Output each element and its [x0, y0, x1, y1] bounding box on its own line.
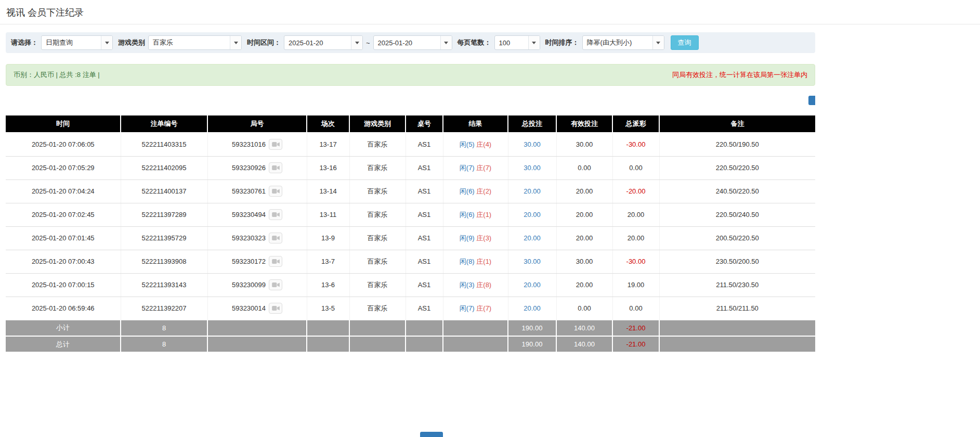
- cell-time: 2025-01-20 06:59:46: [6, 297, 121, 320]
- cell-total-bet: 20.00: [508, 273, 556, 297]
- total-bet-link[interactable]: 30.00: [524, 258, 541, 265]
- cell-result: 闲(8) 庄(1): [443, 250, 508, 273]
- summary-cell: [349, 336, 406, 352]
- table-row: 2025-01-20 07:00:43522211393908593230172…: [6, 250, 815, 273]
- query-type-select[interactable]: 日期查询: [41, 35, 113, 50]
- header-round: 局号: [207, 115, 307, 133]
- chevron-down-icon[interactable]: [351, 36, 362, 49]
- chevron-down-icon[interactable]: [652, 36, 664, 49]
- cell-result: 闲(5) 庄(4): [443, 133, 508, 156]
- cell-round: 593230323: [207, 226, 307, 250]
- cell-time: 2025-01-20 07:00:15: [6, 273, 121, 297]
- video-camera-icon[interactable]: [269, 279, 282, 290]
- payout-value: -30.00: [626, 140, 646, 148]
- total-bet-link[interactable]: 30.00: [524, 164, 541, 172]
- page-title: 视讯 会员下注纪录: [6, 6, 980, 19]
- video-camera-icon[interactable]: [269, 186, 282, 197]
- total-bet-link[interactable]: 20.00: [524, 304, 541, 312]
- cell-time: 2025-01-20 07:02:45: [6, 203, 121, 226]
- cutoff-right-button[interactable]: [808, 96, 815, 105]
- result-player: 闲(6): [460, 187, 475, 195]
- result-player: 闲(8): [460, 258, 475, 265]
- summary-cell: [307, 336, 349, 352]
- header-valid-bet: 有效投注: [556, 115, 612, 133]
- table-row: 2025-01-20 07:02:45522211397289593230494…: [6, 203, 815, 226]
- video-camera-icon[interactable]: [269, 233, 282, 243]
- chevron-down-icon[interactable]: [528, 36, 540, 49]
- header-table-no: 桌号: [406, 115, 443, 133]
- chevron-down-icon[interactable]: [101, 36, 112, 49]
- round-number: 593231016: [232, 140, 266, 148]
- payout-value: -30.00: [626, 258, 646, 265]
- cell-note: 240.50/220.50: [659, 179, 815, 203]
- video-camera-icon[interactable]: [269, 139, 282, 150]
- result-banker: 庄(3): [476, 234, 491, 242]
- cell-bet-id: 522211393143: [121, 273, 207, 297]
- sort-order-label: 时间排序：: [545, 38, 579, 47]
- cell-result: 闲(6) 庄(1): [443, 203, 508, 226]
- pagination-button-partial[interactable]: [420, 432, 443, 437]
- page-size-select[interactable]: 100: [494, 35, 540, 50]
- cell-total-bet: 20.00: [508, 297, 556, 320]
- cell-result: 闲(3) 庄(8): [443, 273, 508, 297]
- total-bet-link[interactable]: 20.00: [524, 187, 541, 195]
- cell-game-type: 百家乐: [349, 250, 406, 273]
- result-player: 闲(7): [460, 164, 475, 172]
- result-banker: 庄(7): [476, 304, 491, 312]
- page-size-label: 每页笔数：: [458, 38, 491, 47]
- chevron-down-icon[interactable]: [230, 36, 241, 49]
- video-camera-icon[interactable]: [269, 162, 282, 173]
- result-player: 闲(3): [460, 281, 475, 289]
- cell-round: 593230172: [207, 250, 307, 273]
- result-banker: 庄(4): [476, 140, 491, 148]
- cell-payout: -20.00: [612, 179, 659, 203]
- cell-valid-bet: 0.00: [556, 297, 612, 320]
- result-player: 闲(9): [460, 234, 475, 242]
- page: 视讯 会员下注纪录 请选择： 日期查询 游戏类别 百家乐 时间区间： 2025-…: [0, 0, 980, 437]
- cell-session: 13-14: [307, 179, 349, 203]
- round-number: 593230323: [232, 234, 266, 242]
- currency-summary-text: 币别：人民币 | 总共 :8 注单 |: [14, 70, 100, 80]
- result-player: 闲(5): [460, 140, 475, 148]
- cell-valid-bet: 20.00: [556, 203, 612, 226]
- cell-bet-id: 522211395729: [121, 226, 207, 250]
- game-type-select[interactable]: 百家乐: [148, 35, 242, 50]
- date-to-input[interactable]: 2025-01-20: [373, 35, 452, 50]
- video-camera-icon[interactable]: [269, 303, 282, 314]
- header-result: 结果: [443, 115, 508, 133]
- cell-valid-bet: 20.00: [556, 179, 612, 203]
- cell-note: 220.50/190.50: [659, 133, 815, 156]
- summary-bar: 币别：人民币 | 总共 :8 注单 | 同局有效投注，统一计算在该局第一张注单内: [6, 64, 815, 86]
- round-number: 593230761: [232, 187, 266, 195]
- cell-bet-id: 522211403315: [121, 133, 207, 156]
- search-button[interactable]: 查询: [671, 35, 699, 50]
- cell-total-bet: 30.00: [508, 133, 556, 156]
- summary-cell: 140.00: [556, 320, 612, 336]
- cell-game-type: 百家乐: [349, 156, 406, 179]
- cell-table-no: AS1: [406, 179, 443, 203]
- summary-label: 总计: [6, 336, 121, 352]
- cell-bet-id: 522211392207: [121, 297, 207, 320]
- video-camera-icon[interactable]: [269, 209, 282, 220]
- cell-table-no: AS1: [406, 250, 443, 273]
- cell-game-type: 百家乐: [349, 226, 406, 250]
- cell-session: 13-16: [307, 156, 349, 179]
- cell-time: 2025-01-20 07:06:05: [6, 133, 121, 156]
- total-bet-link[interactable]: 20.00: [524, 211, 541, 219]
- sort-order-select[interactable]: 降幂(由大到小): [582, 35, 664, 50]
- valid-bet-notice-text: 同局有效投注，统一计算在该局第一张注单内: [672, 70, 807, 80]
- total-bet-link[interactable]: 30.00: [524, 140, 541, 148]
- sort-order-value: 降幂(由大到小): [583, 36, 652, 49]
- video-camera-icon[interactable]: [269, 256, 282, 267]
- chevron-down-icon[interactable]: [440, 36, 452, 49]
- subtotal-row: 小计8190.00140.00-21.00: [6, 320, 815, 336]
- date-from-input[interactable]: 2025-01-20: [284, 35, 363, 50]
- total-bet-link[interactable]: 20.00: [524, 281, 541, 289]
- cell-round: 593231016: [207, 133, 307, 156]
- cell-valid-bet: 30.00: [556, 250, 612, 273]
- summary-cell: [659, 320, 815, 336]
- filter-bar: 请选择： 日期查询 游戏类别 百家乐 时间区间： 2025-01-20 ~ 20…: [6, 32, 815, 53]
- cell-session: 13-6: [307, 273, 349, 297]
- total-bet-link[interactable]: 20.00: [524, 234, 541, 242]
- table-row: 2025-01-20 07:01:45522211395729593230323…: [6, 226, 815, 250]
